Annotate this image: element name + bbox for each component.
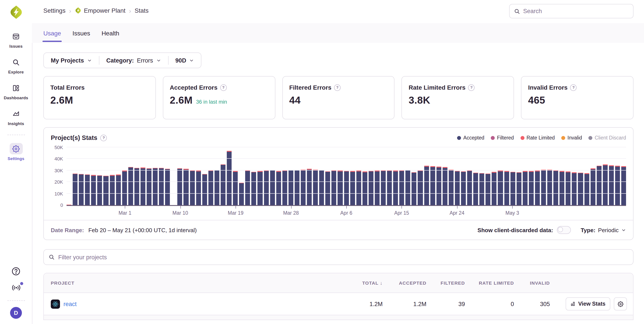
chart-bar[interactable] xyxy=(258,147,262,205)
chart-bar[interactable] xyxy=(498,147,503,205)
chart-bar[interactable] xyxy=(387,147,392,205)
chart-bar[interactable] xyxy=(480,147,484,205)
chart-bar[interactable] xyxy=(590,147,595,205)
chart-bar[interactable] xyxy=(621,147,626,205)
chart-bar[interactable] xyxy=(66,147,71,205)
help-icon[interactable] xyxy=(100,135,107,141)
chart-bar[interactable] xyxy=(196,147,201,205)
chart-bar[interactable] xyxy=(159,147,164,205)
chart-bar[interactable] xyxy=(436,147,441,205)
chart-bar[interactable] xyxy=(603,147,608,205)
chart-bar[interactable] xyxy=(202,147,207,205)
chart-bar[interactable] xyxy=(140,147,145,205)
chart-bar[interactable] xyxy=(375,147,380,205)
chart-bar[interactable] xyxy=(307,147,312,205)
chart-bar[interactable] xyxy=(153,147,158,205)
tab-usage[interactable]: Usage xyxy=(43,23,61,43)
category-filter-dropdown[interactable]: Category: Errors xyxy=(100,53,168,68)
client-discard-toggle[interactable] xyxy=(557,226,571,234)
chart-bar[interactable] xyxy=(128,147,133,205)
chart-bar[interactable] xyxy=(467,147,472,205)
legend-item-filtered[interactable]: Filtered xyxy=(491,135,514,140)
view-stats-button[interactable]: View Stats xyxy=(566,297,610,311)
chart-bar[interactable] xyxy=(178,147,182,205)
tab-issues[interactable]: Issues xyxy=(72,23,90,43)
chart-bar[interactable] xyxy=(79,147,84,205)
chart-bar[interactable] xyxy=(554,147,558,205)
column-header-filtered[interactable]: FILTERED xyxy=(428,280,467,286)
sidebar-item-insights[interactable]: Insights xyxy=(2,108,30,126)
help-icon[interactable] xyxy=(570,84,577,91)
chart-bar[interactable] xyxy=(418,147,423,205)
legend-item-invalid[interactable]: Invalid xyxy=(561,135,582,140)
help-icon[interactable] xyxy=(334,84,340,91)
chart-bar[interactable] xyxy=(288,147,293,205)
chart-bar[interactable] xyxy=(91,147,96,205)
chart-bar[interactable] xyxy=(529,147,534,205)
chart-bar[interactable] xyxy=(356,147,361,205)
chart-bar[interactable] xyxy=(430,147,435,205)
chart-bar[interactable] xyxy=(172,147,176,205)
sidebar-item-explore[interactable]: Explore xyxy=(2,56,30,74)
legend-item-client-discard[interactable]: Client Discard xyxy=(588,135,626,140)
chart-bar[interactable] xyxy=(449,147,454,205)
column-header-invalid[interactable]: INVALID xyxy=(516,280,552,286)
column-header-accepted[interactable]: ACCEPTED xyxy=(384,280,428,286)
chart-bar[interactable] xyxy=(473,147,478,205)
chart-bar[interactable] xyxy=(326,147,330,205)
chart-bar[interactable] xyxy=(73,147,78,205)
chart-bar[interactable] xyxy=(239,147,244,205)
chart-bar[interactable] xyxy=(572,147,577,205)
project-link[interactable]: react xyxy=(64,301,76,307)
chart-bar[interactable] xyxy=(270,147,275,205)
help-icon[interactable] xyxy=(12,267,20,278)
column-header-rate-limited[interactable]: RATE LIMITED xyxy=(467,280,516,286)
chart-bar[interactable] xyxy=(85,147,90,205)
chart-bar[interactable] xyxy=(578,147,583,205)
chart-bar[interactable] xyxy=(134,147,139,205)
chart-bar[interactable] xyxy=(252,147,256,205)
chart-bar[interactable] xyxy=(510,147,515,205)
chart-bar[interactable] xyxy=(412,147,416,205)
project-settings-button[interactable] xyxy=(614,297,627,311)
chart-bar[interactable] xyxy=(393,147,398,205)
chart-bar[interactable] xyxy=(110,147,114,205)
global-search-input[interactable]: Search xyxy=(509,4,634,18)
project-filter-input[interactable]: Filter your projects xyxy=(43,249,634,265)
chart-bar[interactable] xyxy=(424,147,429,205)
sentry-logo-icon[interactable] xyxy=(7,3,25,21)
chart-bar[interactable] xyxy=(233,147,238,205)
legend-item-accepted[interactable]: Accepted xyxy=(457,135,484,140)
sidebar-item-settings[interactable]: Settings xyxy=(2,143,30,161)
chart-bar[interactable] xyxy=(504,147,509,205)
chart-bar[interactable] xyxy=(184,147,188,205)
chart-bar[interactable] xyxy=(350,147,355,205)
chart-bar[interactable] xyxy=(246,147,250,205)
breadcrumb-stats[interactable]: Stats xyxy=(134,7,149,14)
help-icon[interactable] xyxy=(468,84,475,91)
whats-new-icon[interactable] xyxy=(11,284,21,293)
chart-bar[interactable] xyxy=(227,147,232,205)
chart-bar[interactable] xyxy=(492,147,497,205)
sidebar-item-dashboards[interactable]: Dashboards xyxy=(2,82,30,100)
chart-bar[interactable] xyxy=(615,147,620,205)
chart-bar[interactable] xyxy=(98,147,102,205)
chart-bar[interactable] xyxy=(560,147,564,205)
chart-bar[interactable] xyxy=(295,147,300,205)
chart-bar[interactable] xyxy=(165,147,170,205)
chart-bar[interactable] xyxy=(344,147,349,205)
chart-bar[interactable] xyxy=(609,147,614,205)
chart-bar[interactable] xyxy=(122,147,127,205)
chart-bar[interactable] xyxy=(566,147,571,205)
chart-bar[interactable] xyxy=(214,147,219,205)
tab-health[interactable]: Health xyxy=(102,23,119,43)
chart-bar[interactable] xyxy=(338,147,342,205)
help-icon[interactable] xyxy=(220,84,226,91)
sidebar-item-issues[interactable]: Issues xyxy=(2,31,30,48)
chart-bar[interactable] xyxy=(596,147,601,205)
projects-filter-dropdown[interactable]: My Projects xyxy=(44,53,99,68)
chart-bar[interactable] xyxy=(264,147,268,205)
chart-bar[interactable] xyxy=(147,147,152,205)
chart-bar[interactable] xyxy=(104,147,108,205)
chart-bar[interactable] xyxy=(523,147,528,205)
